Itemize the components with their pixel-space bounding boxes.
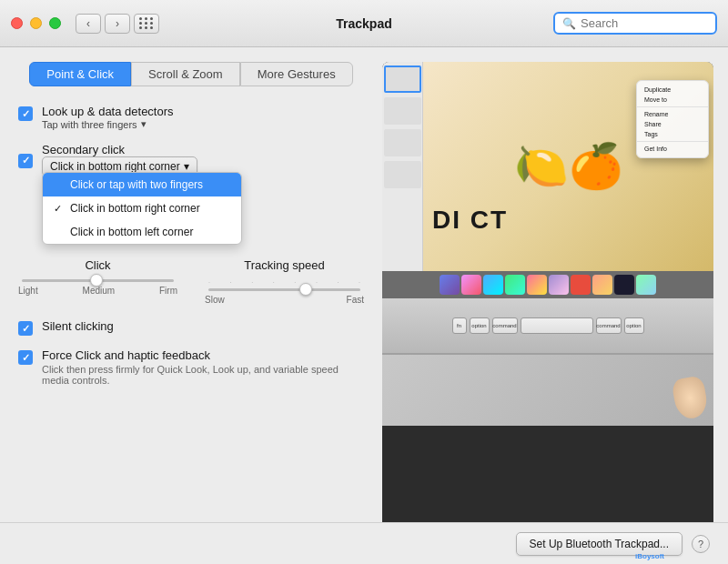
ctx-get-info: Get Info xyxy=(637,144,708,154)
nav-buttons: ‹ › xyxy=(76,14,130,34)
laptop-screen: 🍋🍊 DI CT Duplicate Move to Rename Share … xyxy=(382,62,713,271)
keyboard-area: fn option command command option xyxy=(382,298,713,353)
silent-clicking-checkbox[interactable] xyxy=(18,321,33,336)
maximize-button[interactable] xyxy=(49,17,61,29)
screen-sidebar xyxy=(382,62,423,271)
screen-thumb-2 xyxy=(384,97,421,125)
ctx-rename: Rename xyxy=(637,109,708,119)
tracking-slider-thumb[interactable] xyxy=(299,283,312,296)
lookup-label: Look up & data detectors xyxy=(42,105,174,118)
key-option-right: option xyxy=(624,317,644,334)
key-space xyxy=(521,317,593,334)
force-click-checkbox[interactable] xyxy=(18,350,33,365)
back-button[interactable]: ‹ xyxy=(76,14,101,34)
dock-icon-10 xyxy=(636,275,656,295)
finger-hint xyxy=(671,375,709,420)
tracking-slider-group: Tracking speed ·· ·· ·· ·· Slow Fast xyxy=(205,258,364,305)
lookup-checkbox[interactable] xyxy=(18,106,33,121)
secondary-click-label: Secondary click xyxy=(42,143,197,156)
main-content: Point & Click Scroll & Zoom More Gesture… xyxy=(0,47,728,564)
keyboard-row-1: fn option command command option xyxy=(452,317,644,334)
dock-icon-8 xyxy=(592,275,612,295)
lookup-text: Look up & data detectors Tap with three … xyxy=(42,105,174,130)
grid-dots-icon xyxy=(139,17,154,29)
secondary-click-section: Secondary click Click in bottom right co… xyxy=(18,143,364,176)
screen-thumb-4 xyxy=(384,161,421,188)
key-fn: fn xyxy=(452,317,467,334)
context-menu-overlay: Duplicate Move to Rename Share Tags Get … xyxy=(636,80,709,158)
tracking-label-fast: Fast xyxy=(347,295,364,305)
force-click-text: Force Click and haptic feedback Click th… xyxy=(42,348,364,386)
dock-icon-1 xyxy=(440,275,460,295)
click-slider-thumb[interactable] xyxy=(90,274,103,287)
ctx-tags: Tags xyxy=(637,129,708,139)
secondary-click-dropdown-menu: Click or tap with two fingers Click in b… xyxy=(42,172,242,245)
dropdown-item-bottom-right[interactable]: Click in bottom right corner xyxy=(43,196,241,220)
left-panel: Point & Click Scroll & Zoom More Gesture… xyxy=(0,47,382,564)
dropdown-item-bottom-left-label: Click in bottom left corner xyxy=(70,226,193,238)
chevron-down-icon: ▾ xyxy=(184,160,189,173)
trackpad-demo-image: 🍋🍊 DI CT Duplicate Move to Rename Share … xyxy=(382,62,713,549)
ctx-divider-1 xyxy=(637,106,708,107)
title-bar: ‹ › Trackpad 🔍 xyxy=(0,0,728,47)
secondary-click-checkbox[interactable] xyxy=(18,154,33,168)
click-label-firm: Firm xyxy=(159,286,177,296)
trackpad-surface xyxy=(382,353,713,426)
click-label-medium: Medium xyxy=(83,286,116,296)
dock-icon-3 xyxy=(483,275,503,295)
search-icon: 🔍 xyxy=(562,17,576,30)
window-title: Trackpad xyxy=(336,16,391,31)
dropdown-item-bottom-left[interactable]: Click in bottom left corner xyxy=(43,220,241,244)
sliders-section: Click Light Medium Firm Tracking speed xyxy=(18,258,364,305)
ctx-move: Move to xyxy=(637,95,708,105)
force-click-label: Force Click and haptic feedback xyxy=(42,348,364,362)
silent-clicking-label: Silent clicking xyxy=(42,319,114,333)
click-slider-group: Click Light Medium Firm xyxy=(18,258,177,305)
screen-main: 🍋🍊 DI CT Duplicate Move to Rename Share … xyxy=(423,62,713,271)
click-slider-labels: Light Medium Firm xyxy=(18,286,177,296)
lookup-dropdown[interactable]: Tap with three fingers ▾ xyxy=(42,118,174,130)
lookup-setting: Look up & data detectors Tap with three … xyxy=(18,105,364,130)
click-slider-title: Click xyxy=(18,258,177,272)
secondary-click-value: Click in bottom right corner xyxy=(50,160,180,173)
tracking-slider-title: Tracking speed xyxy=(205,258,364,272)
search-box[interactable]: 🔍 xyxy=(553,12,717,35)
dropdown-item-bottom-right-label: Click in bottom right corner xyxy=(70,202,200,215)
dock-icon-9 xyxy=(614,275,634,295)
help-button[interactable]: ? xyxy=(692,535,710,553)
screen-thumb-3 xyxy=(384,129,421,156)
dock-icon-6 xyxy=(549,275,569,295)
search-input[interactable] xyxy=(581,16,708,30)
watermark: iBoysoft xyxy=(635,552,664,560)
tab-point-click[interactable]: Point & Click xyxy=(29,62,131,86)
forward-button[interactable]: › xyxy=(105,14,130,34)
fruit-background: 🍋🍊 DI CT Duplicate Move to Rename Share … xyxy=(423,62,713,271)
dropdown-item-two-fingers[interactable]: Click or tap with two fingers xyxy=(43,173,241,196)
dock-icon-2 xyxy=(461,275,481,295)
bottom-settings: Silent clicking Force Click and haptic f… xyxy=(18,319,364,386)
minimize-button[interactable] xyxy=(30,17,42,29)
click-label-light: Light xyxy=(18,286,38,296)
screen-content: 🍋🍊 DI CT Duplicate Move to Rename Share … xyxy=(382,62,713,271)
close-button[interactable] xyxy=(11,17,23,29)
tracking-slider-labels: Slow Fast xyxy=(205,295,364,305)
ctx-share: Share xyxy=(637,119,708,129)
ctx-duplicate: Duplicate xyxy=(637,85,708,95)
dropdown-item-two-fingers-label: Click or tap with two fingers xyxy=(70,178,203,191)
dock-bar xyxy=(382,271,713,298)
ctx-divider-2 xyxy=(637,141,708,142)
bottom-bar: Set Up Bluetooth Trackpad... ? xyxy=(0,522,728,564)
screen-thumb-1 xyxy=(384,65,421,93)
tab-more-gestures[interactable]: More Gestures xyxy=(240,62,353,86)
dock-icon-7 xyxy=(571,275,591,295)
key-cmd-right: command xyxy=(596,317,622,334)
key-cmd-left: command xyxy=(492,317,518,334)
tab-scroll-zoom[interactable]: Scroll & Zoom xyxy=(131,62,240,86)
district-text: DI CT xyxy=(432,206,508,235)
right-panel: 🍋🍊 DI CT Duplicate Move to Rename Share … xyxy=(382,47,728,564)
lookup-sublabel: Tap with three fingers xyxy=(42,119,137,130)
key-option-left: option xyxy=(470,317,490,334)
grid-view-button[interactable] xyxy=(134,14,159,34)
tracking-label-slow: Slow xyxy=(205,295,225,305)
tabs: Point & Click Scroll & Zoom More Gesture… xyxy=(18,62,364,86)
